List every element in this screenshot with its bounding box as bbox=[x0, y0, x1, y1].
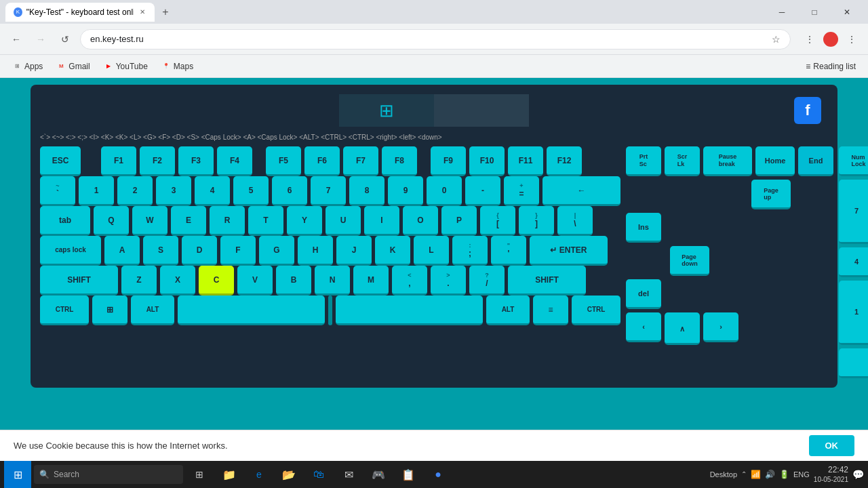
key-f7[interactable]: F7 bbox=[343, 146, 378, 176]
cookie-ok-button[interactable]: OK bbox=[809, 435, 855, 456]
key-e[interactable]: E bbox=[171, 206, 206, 236]
key-f1[interactable]: F1 bbox=[101, 146, 136, 176]
key-8[interactable]: 8 bbox=[349, 176, 384, 206]
key-semicolon[interactable]: : ; bbox=[452, 236, 488, 266]
key-i[interactable]: I bbox=[364, 206, 399, 236]
key-u[interactable]: U bbox=[326, 206, 361, 236]
taskview-button[interactable]: ⊞ bbox=[186, 461, 213, 488]
key-s[interactable]: S bbox=[143, 236, 178, 266]
maximize-button[interactable]: □ bbox=[799, 0, 830, 24]
key-num7[interactable]: 7 bbox=[839, 180, 868, 244]
key-6[interactable]: 6 bbox=[272, 176, 307, 206]
key-l[interactable]: L bbox=[414, 236, 449, 266]
key-backslash[interactable]: | \ bbox=[557, 206, 593, 236]
tab-close-button[interactable]: ✕ bbox=[138, 7, 146, 17]
key-a[interactable]: A bbox=[104, 236, 140, 266]
taskbar-mail[interactable]: ✉ bbox=[335, 461, 362, 488]
profile-avatar[interactable] bbox=[823, 32, 838, 47]
key-lbracket[interactable]: { [ bbox=[480, 206, 515, 236]
bookmark-maps[interactable]: 📍 Maps bbox=[156, 59, 199, 74]
key-f5[interactable]: F5 bbox=[266, 146, 301, 176]
key-p[interactable]: P bbox=[441, 206, 477, 236]
key-v[interactable]: V bbox=[237, 266, 273, 296]
key-1[interactable]: 1 bbox=[79, 176, 114, 206]
key-7[interactable]: 7 bbox=[311, 176, 346, 206]
new-tab-button[interactable]: + bbox=[157, 4, 174, 20]
key-f10[interactable]: F10 bbox=[469, 146, 505, 176]
key-q[interactable]: Q bbox=[94, 206, 129, 236]
key-backspace[interactable]: ← bbox=[542, 176, 620, 206]
key-shift-right[interactable]: SHIFT bbox=[508, 266, 586, 296]
key-5[interactable]: 5 bbox=[233, 176, 269, 206]
key-comma[interactable]: < , bbox=[392, 266, 427, 296]
settings-icon[interactable]: ⋮ bbox=[842, 30, 861, 49]
key-num0[interactable]: 0 bbox=[839, 348, 868, 378]
key-g[interactable]: G bbox=[259, 236, 294, 266]
key-ctrl-right[interactable]: CTRL bbox=[572, 296, 620, 325]
key-m[interactable]: M bbox=[353, 266, 389, 296]
key-2[interactable]: 2 bbox=[117, 176, 153, 206]
key-rbracket[interactable]: } ] bbox=[519, 206, 554, 236]
start-button[interactable]: ⊞ bbox=[4, 461, 31, 488]
key-j[interactable]: J bbox=[336, 236, 372, 266]
key-alt-right[interactable]: ALT bbox=[486, 296, 530, 325]
taskbar-app2[interactable]: 📋 bbox=[395, 461, 422, 488]
key-menu[interactable]: ≡ bbox=[533, 296, 568, 325]
taskbar-store[interactable]: 🛍 bbox=[305, 461, 332, 488]
key-k[interactable]: K bbox=[375, 236, 410, 266]
key-esc[interactable]: ESC bbox=[40, 146, 81, 176]
key-t[interactable]: T bbox=[248, 206, 283, 236]
taskbar-network-icon[interactable]: 📶 bbox=[751, 470, 761, 479]
key-arrow-up[interactable]: ∧ bbox=[665, 315, 700, 345]
key-space-left[interactable] bbox=[178, 296, 325, 325]
facebook-icon[interactable]: f bbox=[794, 97, 821, 124]
key-pause[interactable]: Pausebreak bbox=[703, 146, 752, 176]
key-ins[interactable]: Ins bbox=[626, 213, 661, 243]
key-backtick[interactable]: ~ ` bbox=[40, 176, 75, 206]
key-quote[interactable]: " ' bbox=[491, 236, 526, 266]
key-n[interactable]: N bbox=[315, 266, 350, 296]
url-bar[interactable]: en.key-test.ru ☆ bbox=[80, 29, 791, 49]
taskbar-files[interactable]: 📂 bbox=[275, 461, 302, 488]
key-home[interactable]: Home bbox=[755, 146, 795, 176]
key-y[interactable]: Y bbox=[287, 206, 322, 236]
key-x[interactable]: X bbox=[160, 266, 195, 296]
key-z[interactable]: Z bbox=[121, 266, 157, 296]
key-f2[interactable]: F2 bbox=[140, 146, 175, 176]
bookmark-icon[interactable]: ☆ bbox=[772, 34, 781, 45]
extensions-icon[interactable]: ⋮ bbox=[800, 30, 819, 49]
search-box[interactable]: 🔍 Search bbox=[34, 465, 183, 484]
key-4[interactable]: 4 bbox=[195, 176, 230, 206]
key-f4[interactable]: F4 bbox=[217, 146, 252, 176]
key-r[interactable]: R bbox=[210, 206, 245, 236]
bookmark-apps[interactable]: ⊞ Apps bbox=[7, 59, 48, 74]
taskbar-edge[interactable]: e bbox=[245, 461, 273, 488]
key-o[interactable]: O bbox=[403, 206, 438, 236]
key-slash[interactable]: ? / bbox=[469, 266, 505, 296]
key-scrlk[interactable]: ScrLk bbox=[665, 146, 700, 176]
key-pagedown[interactable]: Pagedown bbox=[670, 246, 709, 276]
refresh-button[interactable]: ↺ bbox=[56, 30, 75, 49]
notifications-icon[interactable]: 💬 bbox=[852, 469, 864, 480]
key-f8[interactable]: F8 bbox=[382, 146, 417, 176]
key-ctrl-left[interactable]: CTRL bbox=[40, 296, 89, 325]
taskbar-volume-icon[interactable]: 🔊 bbox=[765, 470, 775, 479]
key-3[interactable]: 3 bbox=[156, 176, 191, 206]
close-button[interactable]: ✕ bbox=[831, 0, 863, 24]
key-f[interactable]: F bbox=[220, 236, 256, 266]
apple-tab[interactable] bbox=[434, 94, 529, 127]
key-f12[interactable]: F12 bbox=[547, 146, 582, 176]
key-9[interactable]: 9 bbox=[388, 176, 423, 206]
key-b[interactable]: B bbox=[276, 266, 311, 296]
key-arrow-left[interactable]: ‹ bbox=[626, 312, 661, 342]
key-f3[interactable]: F3 bbox=[178, 146, 214, 176]
key-del[interactable]: del bbox=[626, 279, 661, 309]
taskbar-chrome[interactable]: ● bbox=[425, 461, 452, 488]
back-button[interactable]: ← bbox=[7, 30, 26, 49]
key-end[interactable]: End bbox=[798, 146, 833, 176]
key-alt-left[interactable]: ALT bbox=[131, 296, 174, 325]
windows-tab[interactable]: ⊞ bbox=[339, 94, 434, 127]
key-c[interactable]: C bbox=[199, 266, 234, 296]
forward-button[interactable]: → bbox=[31, 30, 50, 49]
reading-list-button[interactable]: ≡ Reading list bbox=[800, 59, 861, 74]
